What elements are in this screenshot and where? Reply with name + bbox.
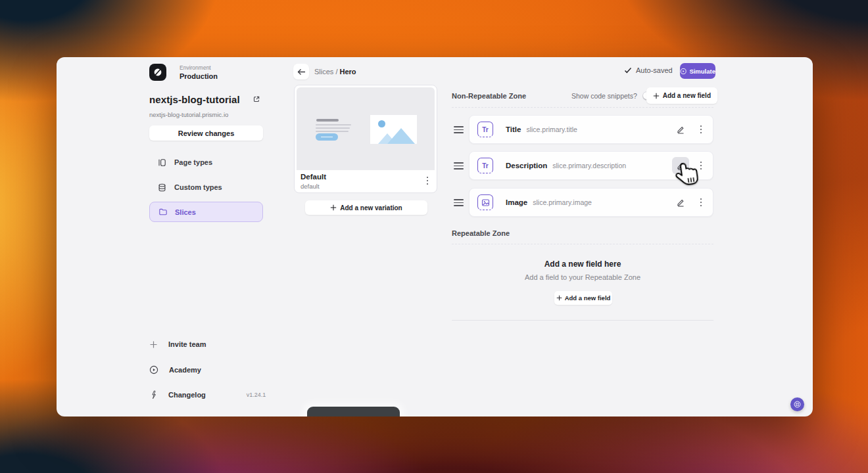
mock-sun: [378, 120, 385, 127]
mock-cta-button: [316, 133, 338, 141]
field-menu-button[interactable]: [697, 160, 705, 171]
sidebar-item-slices[interactable]: Slices: [149, 202, 263, 222]
drag-handle[interactable]: [454, 162, 464, 169]
edit-field-button-hovered[interactable]: [672, 157, 689, 174]
page-types-icon: [158, 158, 166, 167]
pencil-icon: [676, 125, 685, 134]
sidebar-item-page-types[interactable]: Page types: [149, 153, 263, 171]
review-changes-button[interactable]: Review changes: [149, 125, 263, 141]
field-label: Image: [506, 198, 527, 206]
autosave-label: Auto-saved: [636, 66, 673, 74]
invite-team-button[interactable]: Invite team: [149, 337, 268, 351]
edit-field-button[interactable]: [672, 194, 689, 211]
zone-divider: [452, 107, 713, 108]
breadcrumb: Slices / Hero: [314, 68, 356, 76]
add-field-label: Add a new field: [565, 294, 611, 302]
play-circle-icon: [149, 365, 158, 374]
add-field-button-repeatable[interactable]: Add a new field: [554, 291, 612, 305]
slice-machine-logo: [149, 64, 166, 81]
non-repeatable-zone-header: Non-Repeatable Zone Show code snippets? …: [452, 87, 714, 104]
sidebar-item-label: Page types: [174, 158, 212, 166]
sidebar-item-custom-types[interactable]: Custom types: [149, 178, 263, 196]
repeatable-zone-title: Repeatable Zone: [452, 229, 510, 237]
changelog-bolt-icon: [149, 390, 158, 399]
mock-mountain-large: [387, 128, 415, 144]
code-snippets-label: Show code snippets?: [571, 92, 637, 100]
changelog-label: Changelog: [168, 391, 206, 399]
slice-preview-thumbnail: [297, 87, 435, 170]
environment-label: Environment: [180, 64, 218, 71]
help-button[interactable]: [790, 397, 804, 411]
slices-folder-icon: [158, 208, 167, 216]
zone-divider: [452, 320, 713, 321]
review-changes-label: Review changes: [178, 129, 235, 137]
rich-text-icon: Tr: [477, 122, 493, 137]
zone-divider: [452, 244, 713, 244]
back-button[interactable]: [293, 64, 309, 79]
variation-id: default: [301, 183, 320, 190]
variation-menu-button[interactable]: [423, 175, 431, 186]
mock-heading-line: [316, 119, 339, 122]
drag-handle[interactable]: [454, 199, 464, 206]
academy-label: Academy: [169, 366, 201, 374]
invite-team-label: Invite team: [168, 340, 206, 348]
breadcrumb-divider: /: [335, 68, 337, 76]
field-menu-button[interactable]: [697, 124, 705, 135]
image-field-icon: [477, 194, 493, 210]
mock-text-line: [316, 127, 350, 129]
repeatable-empty-subtitle: Add a field to your Repeatable Zone: [452, 273, 713, 281]
edit-field-button[interactable]: [672, 121, 689, 138]
simulate-button[interactable]: Simulate: [680, 63, 715, 79]
custom-types-icon: [158, 183, 166, 192]
field-menu-button[interactable]: [697, 197, 705, 208]
field-row-title[interactable]: Tr Title slice.primary.title: [469, 115, 713, 144]
non-repeatable-zone-title: Non-Repeatable Zone: [452, 92, 526, 100]
plus-icon: [653, 93, 660, 99]
slice-machine-window: Environment Production nextjs-blog-tutor…: [57, 57, 813, 417]
repo-name: nextjs-blog-tutorial: [149, 94, 240, 105]
mock-image-placeholder: [370, 115, 417, 144]
plus-icon: [330, 204, 337, 211]
simulate-label: Simulate: [689, 68, 715, 75]
mock-text-line: [316, 131, 349, 132]
external-link-icon[interactable]: [253, 95, 260, 103]
arrow-left-icon: [297, 68, 306, 76]
autosave-status: Auto-saved: [624, 66, 673, 74]
field-row-description[interactable]: Tr Description slice.primary.description: [469, 151, 713, 180]
lifebuoy-icon: [793, 400, 802, 409]
check-icon: [624, 67, 632, 74]
add-field-button-top[interactable]: Add a new field: [646, 87, 717, 104]
plus-icon: [149, 340, 158, 349]
version-label: v1.24.1: [247, 392, 266, 398]
rich-text-icon: Tr: [477, 158, 493, 173]
pencil-icon: [676, 161, 685, 170]
field-label: Description: [506, 162, 547, 169]
academy-button[interactable]: Academy: [149, 363, 268, 377]
add-variation-button[interactable]: Add a new variation: [305, 200, 427, 215]
field-api-id: slice.primary.description: [552, 162, 626, 169]
environment-block[interactable]: Environment Production: [180, 64, 218, 80]
variation-card-default[interactable]: Default default: [294, 85, 437, 193]
add-variation-label: Add a new variation: [340, 204, 402, 212]
field-api-id: slice.primary.image: [533, 198, 592, 206]
sidebar-item-label: Custom types: [174, 183, 222, 191]
play-circle-icon: [680, 68, 687, 75]
environment-name: Production: [180, 72, 218, 80]
mock-text-line: [316, 124, 351, 125]
field-label: Title: [506, 125, 521, 133]
repo-url: nextjs-blog-tutorial.prismic.io: [149, 111, 228, 118]
sidebar-item-label: Slices: [175, 208, 196, 216]
add-field-label: Add a new field: [663, 92, 711, 99]
variation-name: Default: [301, 173, 326, 181]
breadcrumb-current: Hero: [340, 68, 356, 76]
pencil-icon: [676, 198, 685, 207]
plus-icon: [556, 295, 562, 301]
toast-notification-peek: [307, 407, 400, 417]
changelog-button[interactable]: Changelog v1.24.1: [149, 388, 268, 402]
field-row-image[interactable]: Image slice.primary.image: [469, 188, 713, 217]
field-api-id: slice.primary.title: [526, 125, 577, 133]
breadcrumb-parent[interactable]: Slices: [314, 68, 333, 76]
repeatable-empty-title: Add a new field here: [452, 259, 713, 269]
logo-slash-circle-icon: [152, 66, 164, 78]
drag-handle[interactable]: [454, 126, 464, 133]
